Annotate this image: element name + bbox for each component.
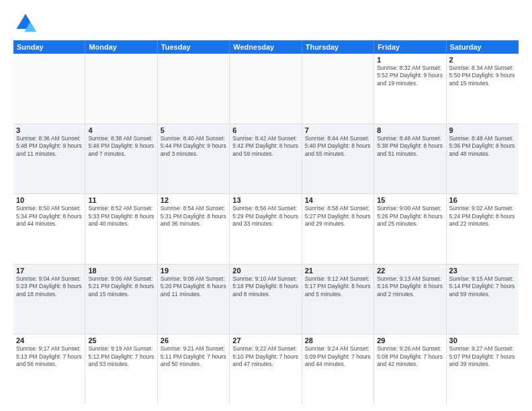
day-number: 6 [232, 126, 298, 134]
day-cell-5: 5Sunrise: 8:40 AM Sunset: 5:44 PM Daylig… [158, 124, 230, 194]
day-info: Sunrise: 9:08 AM Sunset: 5:20 PM Dayligh… [161, 275, 226, 298]
day-number: 11 [88, 196, 154, 204]
calendar-row: 17Sunrise: 9:04 AM Sunset: 5:23 PM Dayli… [13, 265, 519, 335]
page: SundayMondayTuesdayWednesdayThursdayFrid… [0, 0, 532, 411]
day-cell-14: 14Sunrise: 8:58 AM Sunset: 5:27 PM Dayli… [302, 194, 374, 264]
calendar-row: 1Sunrise: 8:32 AM Sunset: 5:52 PM Daylig… [13, 54, 519, 124]
day-number: 4 [88, 126, 154, 134]
day-number: 2 [449, 56, 516, 64]
day-number: 1 [377, 56, 443, 64]
day-info: Sunrise: 9:17 AM Sunset: 5:13 PM Dayligh… [16, 345, 82, 368]
day-info: Sunrise: 9:15 AM Sunset: 5:14 PM Dayligh… [449, 275, 516, 298]
day-cell-1: 1Sunrise: 8:32 AM Sunset: 5:52 PM Daylig… [374, 54, 446, 124]
day-cell-23: 23Sunrise: 9:15 AM Sunset: 5:14 PM Dayli… [447, 265, 519, 334]
day-number: 10 [16, 196, 82, 204]
day-number: 16 [449, 196, 516, 204]
calendar-row: 3Sunrise: 8:36 AM Sunset: 5:48 PM Daylig… [13, 124, 519, 195]
header-day-sunday: Sunday [13, 40, 85, 54]
day-info: Sunrise: 8:42 AM Sunset: 5:42 PM Dayligh… [232, 135, 298, 158]
header-day-thursday: Thursday [302, 40, 374, 54]
empty-cell [158, 54, 230, 124]
header-day-friday: Friday [374, 40, 446, 54]
day-info: Sunrise: 8:46 AM Sunset: 5:38 PM Dayligh… [377, 135, 443, 158]
day-info: Sunrise: 9:19 AM Sunset: 5:12 PM Dayligh… [88, 345, 154, 368]
day-number: 27 [232, 336, 298, 345]
day-number: 8 [377, 126, 443, 134]
day-info: Sunrise: 8:40 AM Sunset: 5:44 PM Dayligh… [161, 135, 226, 158]
calendar: SundayMondayTuesdayWednesdayThursdayFrid… [13, 40, 519, 404]
day-cell-17: 17Sunrise: 9:04 AM Sunset: 5:23 PM Dayli… [13, 265, 85, 334]
calendar-row: 10Sunrise: 8:50 AM Sunset: 5:34 PM Dayli… [13, 194, 519, 265]
calendar-row: 24Sunrise: 9:17 AM Sunset: 5:13 PM Dayli… [13, 334, 519, 404]
day-info: Sunrise: 9:00 AM Sunset: 5:26 PM Dayligh… [377, 205, 443, 228]
day-number: 29 [377, 336, 443, 345]
day-number: 7 [305, 126, 371, 134]
day-number: 26 [161, 336, 226, 345]
day-info: Sunrise: 8:50 AM Sunset: 5:34 PM Dayligh… [16, 205, 82, 228]
day-cell-24: 24Sunrise: 9:17 AM Sunset: 5:13 PM Dayli… [13, 334, 85, 404]
day-info: Sunrise: 8:36 AM Sunset: 5:48 PM Dayligh… [16, 135, 82, 158]
empty-cell [85, 54, 157, 124]
day-info: Sunrise: 8:44 AM Sunset: 5:40 PM Dayligh… [305, 135, 371, 158]
day-info: Sunrise: 9:26 AM Sunset: 5:08 PM Dayligh… [377, 345, 443, 368]
day-info: Sunrise: 9:27 AM Sunset: 5:07 PM Dayligh… [449, 345, 516, 368]
day-number: 25 [88, 336, 154, 345]
day-number: 28 [305, 336, 371, 345]
calendar-header: SundayMondayTuesdayWednesdayThursdayFrid… [13, 40, 519, 54]
day-number: 9 [449, 126, 516, 134]
day-number: 30 [449, 336, 516, 345]
day-info: Sunrise: 8:54 AM Sunset: 5:31 PM Dayligh… [161, 205, 226, 228]
header [13, 11, 519, 35]
day-info: Sunrise: 8:58 AM Sunset: 5:27 PM Dayligh… [305, 205, 371, 228]
day-cell-30: 30Sunrise: 9:27 AM Sunset: 5:07 PM Dayli… [447, 334, 519, 404]
logo [13, 11, 40, 35]
day-cell-6: 6Sunrise: 8:42 AM Sunset: 5:42 PM Daylig… [230, 124, 302, 194]
day-cell-10: 10Sunrise: 8:50 AM Sunset: 5:34 PM Dayli… [13, 194, 85, 264]
day-info: Sunrise: 8:52 AM Sunset: 5:33 PM Dayligh… [88, 205, 154, 228]
day-info: Sunrise: 8:32 AM Sunset: 5:52 PM Dayligh… [377, 64, 443, 87]
day-cell-20: 20Sunrise: 9:10 AM Sunset: 5:18 PM Dayli… [230, 265, 302, 334]
day-info: Sunrise: 9:13 AM Sunset: 5:16 PM Dayligh… [377, 275, 443, 298]
day-cell-7: 7Sunrise: 8:44 AM Sunset: 5:40 PM Daylig… [302, 124, 374, 194]
day-cell-27: 27Sunrise: 9:22 AM Sunset: 5:10 PM Dayli… [230, 334, 302, 404]
day-number: 22 [377, 267, 443, 275]
day-info: Sunrise: 8:34 AM Sunset: 5:50 PM Dayligh… [449, 64, 516, 87]
header-day-monday: Monday [85, 40, 157, 54]
day-number: 19 [161, 267, 226, 275]
day-number: 21 [305, 267, 371, 275]
day-info: Sunrise: 9:12 AM Sunset: 5:17 PM Dayligh… [305, 275, 371, 298]
day-cell-8: 8Sunrise: 8:46 AM Sunset: 5:38 PM Daylig… [374, 124, 446, 194]
day-number: 24 [16, 336, 82, 345]
day-info: Sunrise: 9:22 AM Sunset: 5:10 PM Dayligh… [232, 345, 298, 368]
empty-cell [230, 54, 302, 124]
day-info: Sunrise: 8:38 AM Sunset: 5:46 PM Dayligh… [88, 135, 154, 158]
day-number: 20 [232, 267, 298, 275]
calendar-body: 1Sunrise: 8:32 AM Sunset: 5:52 PM Daylig… [13, 54, 519, 404]
day-info: Sunrise: 8:56 AM Sunset: 5:29 PM Dayligh… [232, 205, 298, 228]
day-cell-13: 13Sunrise: 8:56 AM Sunset: 5:29 PM Dayli… [230, 194, 302, 264]
day-cell-21: 21Sunrise: 9:12 AM Sunset: 5:17 PM Dayli… [302, 265, 374, 334]
day-cell-12: 12Sunrise: 8:54 AM Sunset: 5:31 PM Dayli… [158, 194, 230, 264]
day-cell-26: 26Sunrise: 9:21 AM Sunset: 5:11 PM Dayli… [158, 334, 230, 404]
empty-cell [13, 54, 85, 124]
day-info: Sunrise: 9:10 AM Sunset: 5:18 PM Dayligh… [232, 275, 298, 298]
day-cell-29: 29Sunrise: 9:26 AM Sunset: 5:08 PM Dayli… [374, 334, 446, 404]
day-number: 13 [232, 196, 298, 204]
day-cell-4: 4Sunrise: 8:38 AM Sunset: 5:46 PM Daylig… [85, 124, 157, 194]
day-number: 5 [161, 126, 226, 134]
day-cell-25: 25Sunrise: 9:19 AM Sunset: 5:12 PM Dayli… [85, 334, 157, 404]
day-cell-9: 9Sunrise: 8:48 AM Sunset: 5:36 PM Daylig… [447, 124, 519, 194]
day-number: 12 [161, 196, 226, 204]
header-day-wednesday: Wednesday [230, 40, 302, 54]
day-info: Sunrise: 9:02 AM Sunset: 5:24 PM Dayligh… [449, 205, 516, 228]
day-number: 17 [16, 267, 82, 275]
day-info: Sunrise: 9:24 AM Sunset: 5:09 PM Dayligh… [305, 345, 371, 368]
day-cell-3: 3Sunrise: 8:36 AM Sunset: 5:48 PM Daylig… [13, 124, 85, 194]
header-day-saturday: Saturday [447, 40, 519, 54]
day-cell-28: 28Sunrise: 9:24 AM Sunset: 5:09 PM Dayli… [302, 334, 374, 404]
day-number: 15 [377, 196, 443, 204]
logo-icon [13, 11, 38, 35]
day-cell-15: 15Sunrise: 9:00 AM Sunset: 5:26 PM Dayli… [374, 194, 446, 264]
day-number: 23 [449, 267, 516, 275]
empty-cell [302, 54, 374, 124]
